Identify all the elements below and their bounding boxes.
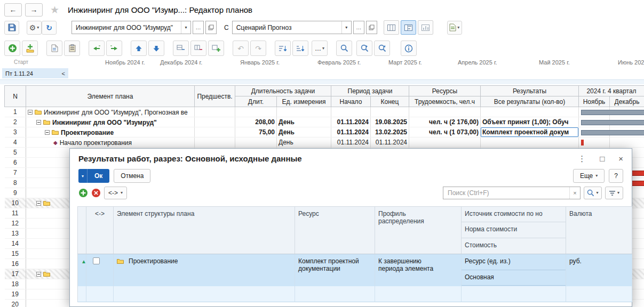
cell-unit[interactable]: День xyxy=(277,117,331,127)
column-header-december[interactable]: Декабрь xyxy=(610,96,644,107)
column-header-start[interactable]: Начало xyxy=(331,96,371,107)
column-header-currency[interactable]: Валюта xyxy=(566,206,632,254)
sort-ascending-button[interactable] xyxy=(275,41,291,56)
cell-n[interactable]: 7 xyxy=(5,168,26,178)
cell-gantt[interactable] xyxy=(579,107,610,117)
cell-el[interactable]: ◆Начало проектирования xyxy=(26,138,195,148)
cell-end[interactable]: 19.08.2025 xyxy=(371,117,409,127)
cell-currency[interactable]: руб. xyxy=(566,254,632,302)
column-header-cost-norm[interactable]: Норма стоимости xyxy=(462,222,566,238)
cancel-button[interactable]: Отмена xyxy=(114,169,150,183)
timeline-start-cell[interactable]: Пт 1.11.24 < xyxy=(2,68,68,78)
plan-open-button[interactable] xyxy=(205,21,217,34)
cell-start[interactable]: 01.11.2024 xyxy=(331,117,371,127)
collapse-toggle[interactable] xyxy=(36,120,41,125)
favorite-star-icon[interactable]: ★ xyxy=(50,4,59,16)
sort-descending-button[interactable] xyxy=(292,41,308,56)
column-header-unit[interactable]: Ед. измерения xyxy=(277,96,331,107)
cell-n[interactable]: 13 xyxy=(5,229,26,239)
unlink-tasks-button[interactable] xyxy=(190,41,206,56)
cell-el[interactable]: Инжиниринг для ООО "Изумруд" xyxy=(26,117,195,127)
cell-n[interactable]: 9 xyxy=(5,188,26,198)
cell-end[interactable]: 01.11.2024 xyxy=(371,138,409,148)
cell-labor[interactable]: чел. ч (2 176,00) xyxy=(409,117,481,127)
view-gantt-button[interactable] xyxy=(401,20,416,35)
column-header-predecessor[interactable]: Предшеств. xyxy=(195,86,235,107)
column-header-november[interactable]: Ноябрь xyxy=(579,96,610,107)
cell-pred[interactable] xyxy=(195,127,235,138)
scenario-select-field[interactable]: Сценарий Прогноз ▾ xyxy=(232,21,352,34)
plan-row[interactable]: 3Проектирование75,00День01.11.202413.02.… xyxy=(5,127,644,138)
refresh-button[interactable]: ↻ xyxy=(42,21,57,35)
dialog-more-icon[interactable]: ⋮ xyxy=(578,155,586,163)
cell-res[interactable] xyxy=(481,107,579,117)
find-previous-button[interactable] xyxy=(374,41,390,56)
plan-choose-button[interactable]: … xyxy=(193,21,204,34)
cell-el[interactable]: Проектирование xyxy=(26,127,195,138)
column-header-labor[interactable]: Трудоемкость, чел.ч xyxy=(409,96,481,107)
collapse-toggle[interactable] xyxy=(28,110,33,115)
cell-labor[interactable] xyxy=(409,107,481,117)
settings-button[interactable]: ⚙ ▾ xyxy=(27,21,42,35)
add-subtask-button[interactable] xyxy=(208,41,224,56)
search-input[interactable]: Поиск (Ctrl+F) × xyxy=(443,187,581,199)
cell-pred[interactable] xyxy=(195,138,235,148)
cell-el[interactable]: Инжиниринг для ООО "Изумруд", Прогнозная… xyxy=(26,107,195,117)
scenario-choose-button[interactable]: … xyxy=(353,21,364,34)
outdent-level-button[interactable] xyxy=(89,41,105,56)
info-button[interactable] xyxy=(401,41,417,56)
cell-end[interactable]: 13.02.2025 xyxy=(371,127,409,138)
cell-unit[interactable] xyxy=(277,107,331,117)
cell-dur[interactable] xyxy=(235,107,277,117)
column-header-quarter-group[interactable]: 2024 г. 4 квартал xyxy=(579,86,644,96)
cell-dur[interactable]: 208,00 xyxy=(235,117,277,127)
cell-n[interactable]: 19 xyxy=(5,289,26,300)
cell-n[interactable]: 1 xyxy=(5,107,26,117)
back-button[interactable]: ← xyxy=(4,3,22,17)
plan-row[interactable]: 2Инжиниринг для ООО "Изумруд"208,00День0… xyxy=(5,117,644,127)
cell-n[interactable]: 6 xyxy=(5,158,26,168)
cell-n[interactable]: 12 xyxy=(5,219,26,229)
cell-pred[interactable] xyxy=(195,117,235,127)
cell-n[interactable]: 16 xyxy=(5,259,26,269)
cell-cost[interactable]: Ресурс (ед. из.) Основная xyxy=(462,254,566,302)
paste-structure-button[interactable] xyxy=(64,41,80,56)
cell-gantt[interactable] xyxy=(579,117,610,127)
cell-n[interactable]: 14 xyxy=(5,239,26,249)
column-header-swap[interactable]: <-> xyxy=(86,206,114,254)
column-header-n[interactable]: N xyxy=(5,86,26,107)
cell-cost-norm[interactable]: Основная xyxy=(462,270,566,286)
dialog-close-icon[interactable]: × xyxy=(618,155,623,163)
column-header-results[interactable]: Все результаты (кол-во) xyxy=(481,96,579,107)
cell-res[interactable]: Комплект проектной докум xyxy=(481,127,579,138)
search-button[interactable] xyxy=(336,41,352,56)
column-header-cost-value[interactable]: Стоимость xyxy=(462,238,566,254)
cell-labor[interactable]: чел. ч (1 073,00) xyxy=(409,127,481,138)
dialog-search-button[interactable]: ▾ xyxy=(584,187,602,199)
cell-resource[interactable]: Комплект проектной документации xyxy=(295,254,375,302)
more-button[interactable]: Еще ▾ xyxy=(573,169,605,183)
move-up-button[interactable] xyxy=(131,41,147,56)
column-header-end[interactable]: Конец xyxy=(371,96,409,107)
redo-button[interactable]: ↷ xyxy=(250,41,266,56)
cell-res[interactable]: Объект принят (1,00); Обуч xyxy=(481,117,579,127)
cell-gantt[interactable] xyxy=(610,117,644,127)
help-button[interactable]: ? xyxy=(609,169,623,183)
column-header-period-group[interactable]: Период задачи xyxy=(331,86,409,96)
column-header-resources-group[interactable]: Ресурсы xyxy=(409,86,481,96)
ok-dropdown-icon[interactable]: ▾ xyxy=(78,169,88,183)
cell-res[interactable] xyxy=(481,138,579,148)
add-row-button[interactable] xyxy=(4,41,20,56)
column-header-cost[interactable]: Источник стоимости по но Норма стоимости… xyxy=(462,206,566,254)
indent-level-button[interactable] xyxy=(106,41,122,56)
ok-button[interactable]: ▾ Ок xyxy=(78,169,109,183)
cell-pred[interactable] xyxy=(195,107,235,117)
plan-row[interactable]: 4◆Начало проектированияДень01.11.202401.… xyxy=(5,138,644,148)
cell-gantt[interactable] xyxy=(579,127,610,138)
gantt-milestone[interactable] xyxy=(581,140,584,146)
dialog-delete-button[interactable] xyxy=(91,188,101,198)
cell-start[interactable]: 01.11.2024 xyxy=(331,138,371,148)
cell-n[interactable]: 5 xyxy=(5,148,26,158)
report-button[interactable]: ▾ xyxy=(447,21,462,35)
save-button[interactable] xyxy=(4,21,19,35)
